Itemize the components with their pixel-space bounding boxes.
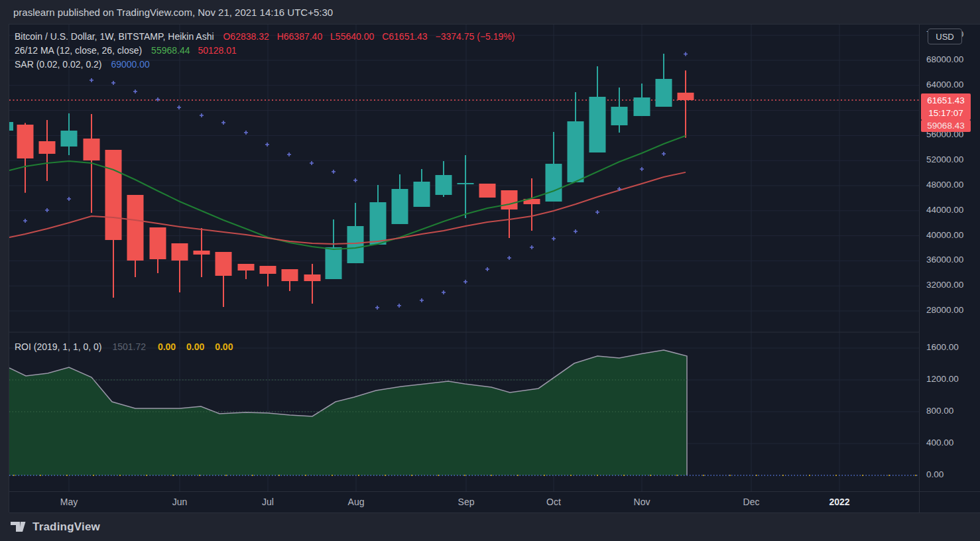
candle-up	[414, 182, 430, 207]
tradingview-wordmark[interactable]: TradingView	[32, 520, 100, 534]
candle-down	[260, 266, 276, 274]
ohlc-close: C61651.43	[382, 31, 428, 42]
roi-plot1-value: 0.00	[158, 341, 176, 352]
price-tick-label: 40000.00	[926, 230, 963, 240]
legend-sar-row[interactable]: SAR (0.02, 0.02, 0.2) 69000.00	[15, 58, 520, 72]
roi-plot3-value: 0.00	[215, 341, 233, 352]
roi-tick-label: 1600.00	[926, 342, 959, 352]
sar-dot	[397, 304, 401, 308]
candle-down	[304, 274, 321, 281]
sar-dot	[463, 280, 467, 284]
sar-dot	[574, 229, 578, 233]
chart-legend: Bitcoin / U.S. Dollar, 1W, BITSTAMP, Hei…	[15, 30, 520, 72]
candle-down	[238, 264, 255, 270]
sar-dot	[332, 170, 336, 174]
candle-down	[282, 269, 298, 281]
ma-fast-value: 55968.44	[151, 45, 190, 56]
sar-dot	[221, 121, 225, 125]
candle-down	[215, 252, 232, 276]
ohlc-open: O62838.32	[223, 31, 269, 42]
candle-up	[392, 189, 408, 224]
roi-area-fill	[9, 350, 687, 475]
current-price-label: 61651.43 15:17:07	[921, 93, 971, 120]
time-tick-label: Nov	[634, 492, 650, 512]
sar-dot	[67, 197, 71, 201]
candle-down	[127, 195, 144, 261]
sar-dot	[200, 113, 204, 117]
candle-down	[194, 251, 210, 255]
sar-value: 69000.00	[111, 59, 149, 70]
sar-dot	[420, 298, 424, 302]
chart-canvas[interactable]	[9, 25, 919, 491]
candle-down	[39, 141, 56, 154]
candle-down	[84, 139, 100, 160]
price-tick-label: 28000.00	[926, 305, 963, 315]
sar-dot	[90, 78, 93, 82]
sar-dot	[662, 152, 666, 156]
candle-up	[370, 202, 387, 245]
roi-title: ROI (2019, 1, 1, 0, 0)	[15, 341, 102, 352]
chart-plot[interactable]	[9, 25, 919, 491]
sar-dot	[45, 208, 49, 212]
ma-slow-value: 50128.01	[198, 45, 236, 56]
candle-up	[546, 164, 562, 202]
candle-up	[458, 183, 474, 184]
candle-up	[347, 226, 364, 263]
sar-dot	[265, 143, 269, 147]
candle-down	[17, 125, 34, 158]
sar-dot	[287, 152, 291, 156]
tradingview-logo-icon[interactable]	[11, 522, 27, 532]
candle-up	[9, 122, 13, 131]
ma-title: 26/12 MA (12, close, 26, close)	[15, 45, 142, 56]
sar-dot	[23, 219, 27, 223]
roi-legend-row[interactable]: ROI (2019, 1, 1, 0, 0) 1501.72 0.00 0.00…	[15, 341, 241, 352]
candle-down	[172, 243, 188, 261]
header-bar: praslearn published on TradingView.com, …	[0, 0, 980, 24]
candle-up	[436, 175, 452, 195]
sar-dot	[507, 256, 511, 260]
time-tick-label: Sep	[458, 492, 475, 512]
current-price-value: 61651.43	[921, 94, 971, 107]
symbol-title: Bitcoin / U.S. Dollar, 1W, BITSTAMP, Hei…	[15, 31, 214, 42]
sar-dot	[353, 178, 357, 182]
time-axis[interactable]: MayJunJulAugSepOctNovDec2022	[9, 491, 919, 513]
bar-countdown: 15:17:07	[921, 107, 971, 119]
sar-dot	[156, 97, 160, 101]
ohlc-high: H66387.40	[277, 31, 323, 42]
time-tick-label: Jul	[262, 492, 274, 512]
ohlc-change: −3374.75 (−5.19%)	[436, 31, 515, 42]
sar-dot	[530, 245, 534, 249]
candle-up	[326, 247, 342, 279]
candle-up	[634, 97, 650, 116]
roi-tick-label: 1200.00	[926, 374, 959, 384]
candle-up	[656, 79, 672, 107]
ohlc-low: L55640.00	[330, 31, 374, 42]
time-tick-label: Aug	[348, 492, 365, 512]
candle-up	[611, 107, 628, 125]
candle-up	[568, 121, 584, 182]
chart-container: Bitcoin / U.S. Dollar, 1W, BITSTAMP, Hei…	[9, 24, 980, 512]
currency-toggle-button[interactable]: USD	[928, 29, 962, 44]
sar-dot	[133, 90, 137, 93]
sar-dot	[640, 167, 644, 171]
header-text: praslearn published on TradingView.com, …	[13, 7, 333, 18]
candle-up	[589, 97, 606, 152]
sar-dot	[552, 237, 556, 241]
time-tick-label: Oct	[546, 492, 561, 512]
candle-down	[150, 227, 166, 259]
sar-dot	[485, 267, 489, 271]
roi-plot2-value: 0.00	[186, 341, 204, 352]
time-tick-label: Jun	[172, 492, 188, 512]
candle-down	[479, 184, 496, 198]
price-tick-label: 32000.00	[926, 280, 963, 290]
secondary-price-label: 59068.43	[921, 120, 971, 132]
roi-tick-label: 400.00	[926, 438, 953, 448]
sar-dot	[442, 290, 446, 294]
price-tick-label: 48000.00	[926, 180, 963, 190]
candle-up	[61, 131, 78, 147]
legend-symbol-row[interactable]: Bitcoin / U.S. Dollar, 1W, BITSTAMP, Hei…	[15, 30, 520, 44]
time-tick-label: Dec	[743, 492, 760, 512]
price-axis[interactable]: USD 61651.43 15:17:07 59068.43 72000.006…	[919, 25, 980, 491]
time-tick-label: May	[60, 492, 78, 512]
legend-ma-row[interactable]: 26/12 MA (12, close, 26, close) 55968.44…	[15, 44, 520, 58]
